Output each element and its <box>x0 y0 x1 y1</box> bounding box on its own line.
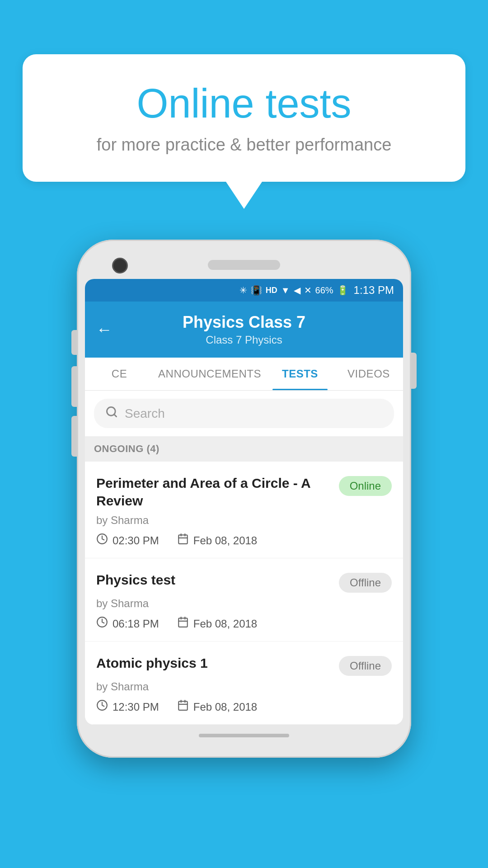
phone-bottom <box>85 725 403 744</box>
battery-icon: 🔋 <box>337 285 348 296</box>
date-value: Feb 08, 2018 <box>193 701 257 713</box>
speech-bubble-tail <box>226 182 262 209</box>
bluetooth-icon: ✳ <box>239 285 247 296</box>
date-value: Feb 08, 2018 <box>193 618 257 630</box>
svg-rect-3 <box>178 535 188 544</box>
back-button[interactable]: ← <box>96 320 113 339</box>
tab-bar: CE ANNOUNCEMENTS TESTS VIDEOS <box>85 358 403 391</box>
svg-rect-13 <box>178 701 188 710</box>
test-author: by Sharma <box>96 514 392 527</box>
app-title: Physics Class 7 <box>183 313 305 332</box>
test-title: Perimeter and Area of a Circle - A Revie… <box>96 474 339 509</box>
status-badge: Offline <box>339 656 392 676</box>
tab-tests[interactable]: TESTS <box>266 358 334 390</box>
camera <box>112 258 128 274</box>
clock-icon <box>96 616 108 631</box>
phone-screen: ✳ 📳 HD ▼ ◀ ✕ 66% 🔋 1:13 PM ← Physics Cla… <box>85 279 403 725</box>
clock: 1:13 PM <box>354 284 394 297</box>
wifi-icon: ▼ <box>281 285 290 296</box>
clock-icon <box>96 699 108 714</box>
speech-bubble-section: Online tests for more practice & better … <box>23 54 465 209</box>
test-item[interactable]: Atomic physics 1 Offline by Sharma 12:30… <box>85 642 403 725</box>
time-value: 12:30 PM <box>113 701 159 713</box>
phone-top <box>85 253 403 279</box>
search-placeholder: Search <box>125 406 165 421</box>
time-value: 06:18 PM <box>113 618 159 630</box>
test-date: Feb 08, 2018 <box>177 616 257 631</box>
speech-bubble-subtitle: for more practice & better performance <box>59 135 429 155</box>
test-item-header: Atomic physics 1 Offline <box>96 654 392 676</box>
svg-line-1 <box>114 414 116 416</box>
header-text: Physics Class 7 Class 7 Physics <box>183 313 305 346</box>
hd-icon: HD <box>266 286 277 295</box>
home-indicator <box>199 734 289 737</box>
test-date: Feb 08, 2018 <box>177 533 257 548</box>
test-item-header: Perimeter and Area of a Circle - A Revie… <box>96 474 392 509</box>
power-button <box>411 353 417 389</box>
signal-icon: ◀ <box>294 285 300 296</box>
clock-icon <box>96 533 108 548</box>
calendar-icon <box>177 533 189 548</box>
tab-announcements[interactable]: ANNOUNCEMENTS <box>154 358 266 390</box>
test-title: Atomic physics 1 <box>96 654 339 672</box>
test-item[interactable]: Perimeter and Area of a Circle - A Revie… <box>85 462 403 558</box>
speech-bubble-title: Online tests <box>59 81 429 126</box>
status-bar: ✳ 📳 HD ▼ ◀ ✕ 66% 🔋 1:13 PM <box>85 279 403 302</box>
volume-down-button <box>71 416 77 457</box>
test-author: by Sharma <box>96 680 392 693</box>
app-header: ← Physics Class 7 Class 7 Physics <box>85 302 403 358</box>
tab-videos[interactable]: VIDEOS <box>334 358 403 390</box>
test-time: 06:18 PM <box>96 616 159 631</box>
time-value: 02:30 PM <box>113 534 159 547</box>
status-icons: ✳ 📳 HD ▼ ◀ ✕ 66% 🔋 <box>239 285 348 296</box>
section-label: ONGOING (4) <box>85 436 403 462</box>
tab-ce[interactable]: CE <box>85 358 154 390</box>
test-meta: 02:30 PM Feb 08, 2018 <box>96 533 392 548</box>
date-value: Feb 08, 2018 <box>193 534 257 547</box>
status-badge: Offline <box>339 573 392 593</box>
test-time: 02:30 PM <box>96 533 159 548</box>
svg-rect-8 <box>178 618 188 627</box>
no-sim-icon: ✕ <box>304 285 312 296</box>
test-meta: 12:30 PM Feb 08, 2018 <box>96 699 392 714</box>
vibrate-icon: 📳 <box>251 285 262 296</box>
speaker <box>208 260 280 270</box>
test-title: Physics test <box>96 571 339 589</box>
test-date: Feb 08, 2018 <box>177 699 257 714</box>
calendar-icon <box>177 616 189 631</box>
status-badge: Online <box>339 476 392 496</box>
app-subtitle: Class 7 Physics <box>206 334 282 346</box>
test-item-header: Physics test Offline <box>96 571 392 593</box>
phone: ✳ 📳 HD ▼ ◀ ✕ 66% 🔋 1:13 PM ← Physics Cla… <box>77 240 411 758</box>
search-bar-container: Search <box>85 391 403 436</box>
phone-outer: ✳ 📳 HD ▼ ◀ ✕ 66% 🔋 1:13 PM ← Physics Cla… <box>77 240 411 758</box>
battery-text: 66% <box>315 285 333 296</box>
speech-bubble: Online tests for more practice & better … <box>23 54 465 182</box>
volume-up-button <box>71 366 77 407</box>
test-meta: 06:18 PM Feb 08, 2018 <box>96 616 392 631</box>
calendar-icon <box>177 699 189 714</box>
test-author: by Sharma <box>96 597 392 610</box>
search-bar[interactable]: Search <box>94 399 394 428</box>
test-item[interactable]: Physics test Offline by Sharma 06:18 PM <box>85 558 403 642</box>
test-time: 12:30 PM <box>96 699 159 714</box>
search-icon <box>105 406 118 421</box>
mute-button <box>71 330 77 355</box>
